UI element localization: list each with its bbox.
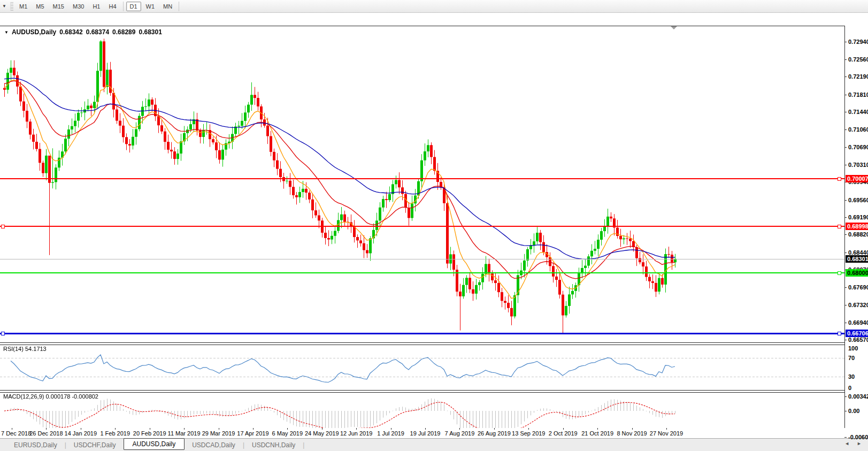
macd-axis-tick — [844, 437, 847, 438]
price-axis-label: 0.71810 — [848, 91, 868, 98]
rsi-indicator-canvas[interactable] — [0, 345, 844, 390]
toolbar-grip-handle[interactable] — [10, 2, 13, 11]
timeframe-button-mn[interactable]: MN — [159, 2, 176, 11]
price-axis-label: 0.66570 — [848, 337, 868, 343]
line-end-marker[interactable] — [1, 225, 5, 228]
timeframe-button-h4[interactable]: H4 — [105, 2, 120, 11]
current-price-tag: 0.68301 — [846, 255, 868, 263]
price-axis-tick — [844, 77, 847, 77]
price-level-tag: 0.70007 — [846, 175, 868, 182]
tab-scroll-left-icon[interactable]: ◄ — [844, 441, 849, 446]
rsi-axis-label: 70 — [848, 355, 855, 361]
time-axis-label: 11 Mar 2019 — [168, 430, 201, 437]
time-axis-label: 1 Feb 2019 — [100, 430, 130, 437]
ohlc-high: 0.68374 — [86, 28, 109, 36]
price-axis-label: 0.72940 — [848, 39, 868, 45]
time-axis-label: 20 Feb 2019 — [133, 430, 166, 437]
price-level-tag: 0.68998 — [846, 223, 868, 230]
chart-tab-bar: EURUSD,Daily|USDCHF,DailyAUDUSD,DailyUSD… — [0, 438, 868, 451]
horizontal-level-line[interactable] — [0, 178, 844, 179]
horizontal-level-line[interactable] — [0, 226, 844, 227]
scroll-position-indicator[interactable] — [671, 26, 677, 29]
price-axis-label: 0.72190 — [848, 73, 868, 80]
ohlc-low: 0.68289 — [112, 28, 135, 36]
timeframe-button-m5[interactable]: M5 — [32, 2, 48, 11]
time-axis-tick — [459, 428, 460, 430]
price-level-tag: 0.68000 — [846, 269, 868, 277]
chart-symbol-label: AUDUSD,Daily — [12, 28, 56, 36]
chart-tab-eurusd[interactable]: EURUSD,Daily — [6, 440, 65, 450]
time-axis-label: 13 Sep 2019 — [512, 430, 545, 437]
time-axis-tick — [219, 428, 219, 430]
line-end-marker[interactable] — [1, 332, 5, 335]
timeframe-button-w1[interactable]: W1 — [142, 2, 159, 11]
price-axis-label: 0.68820 — [848, 231, 868, 238]
time-axis-label: 17 Apr 2019 — [237, 430, 268, 437]
time-axis-tick — [81, 428, 81, 430]
time-axis-tick — [632, 428, 633, 430]
tab-scroll-right-icon[interactable]: ► — [857, 441, 862, 446]
rsi-panel-bottom-border — [0, 390, 845, 391]
line-end-marker[interactable] — [838, 332, 841, 335]
chart-tab-audusd[interactable]: AUDUSD,Daily — [124, 438, 185, 450]
price-axis-tick — [844, 340, 847, 340]
line-end-marker[interactable] — [838, 225, 841, 228]
price-axis-tick — [844, 217, 847, 218]
horizontal-level-line[interactable] — [0, 272, 844, 273]
line-end-marker[interactable] — [838, 177, 841, 181]
price-axis-line — [844, 26, 845, 441]
tab-scroll-controls: ◄ ► — [844, 441, 862, 446]
time-axis-tick — [287, 428, 288, 430]
timeframe-button-d1[interactable]: D1 — [126, 2, 141, 11]
macd-axis-label: -0.006069 — [848, 434, 868, 440]
time-axis-tick — [597, 428, 598, 430]
time-axis-tick — [253, 428, 254, 430]
timeframe-button-m30[interactable]: M30 — [69, 2, 88, 11]
timeframe-button-m1[interactable]: M1 — [16, 2, 31, 11]
price-axis-tick — [844, 234, 847, 235]
time-axis-label: 29 Mar 2019 — [202, 430, 235, 437]
time-axis-label: 8 Nov 2019 — [617, 430, 647, 437]
macd-main-value: 0.000178 — [45, 393, 70, 400]
price-axis-tick — [844, 323, 847, 323]
price-axis-label: 0.69190 — [848, 214, 868, 220]
chart-collapse-icon[interactable]: ▼ — [4, 30, 9, 35]
time-axis-tick — [666, 428, 667, 430]
macd-signal-value: -0.000802 — [72, 393, 98, 400]
macd-axis-label: 0.00 — [848, 408, 859, 414]
chart-tab-usdchf[interactable]: USDCHF,Daily — [66, 440, 124, 450]
price-axis-label: 0.71440 — [848, 109, 868, 115]
toolbar-separator — [123, 2, 124, 11]
price-axis-tick — [844, 129, 847, 130]
price-axis-tick — [844, 147, 847, 148]
horizontal-level-line[interactable] — [0, 333, 844, 334]
chart-tab-usdcnh[interactable]: USDCNH,Daily — [244, 440, 303, 450]
current-price-line — [0, 259, 844, 259]
price-chart-canvas[interactable] — [0, 26, 844, 342]
timeframe-button-h1[interactable]: H1 — [89, 2, 104, 11]
time-axis[interactable]: 7 Dec 201826 Dec 201814 Jan 20191 Feb 20… — [0, 428, 868, 438]
toolbar-dropdown-icon[interactable]: ▼ — [0, 4, 9, 9]
price-axis-label: 0.66940 — [848, 319, 868, 326]
rsi-axis-label: 0 — [848, 385, 851, 391]
time-axis-label: 14 Jan 2019 — [65, 430, 97, 437]
time-axis-tick — [322, 428, 322, 430]
timeframe-button-m15[interactable]: M15 — [49, 2, 68, 11]
price-axis-tick — [844, 112, 847, 112]
price-axis-label: 0.70690 — [848, 144, 868, 150]
time-axis-tick — [184, 428, 185, 430]
time-axis-tick — [425, 428, 426, 430]
time-axis-label: 26 Aug 2019 — [478, 430, 511, 437]
chart-window: ▼ AUDUSD,Daily 0.68342 0.68374 0.68289 0… — [0, 13, 868, 438]
time-axis-label: 21 Oct 2019 — [581, 430, 613, 437]
main-panel-bottom-border — [0, 342, 845, 343]
rsi-value: 54.1713 — [25, 346, 47, 352]
chart-title: ▼ AUDUSD,Daily 0.68342 0.68374 0.68289 0… — [4, 28, 162, 36]
line-end-marker[interactable] — [838, 271, 841, 275]
macd-label: MACD(12,26,9) 0.000178 -0.000802 — [3, 393, 98, 400]
rsi-axis-label: 30 — [848, 373, 855, 380]
chart-tab-usdcad[interactable]: USDCAD,Daily — [185, 440, 243, 450]
time-axis-label: 24 May 2019 — [305, 430, 339, 437]
price-level-tag: 0.66706 — [846, 330, 868, 337]
time-axis-label: 7 Aug 2019 — [445, 430, 475, 437]
